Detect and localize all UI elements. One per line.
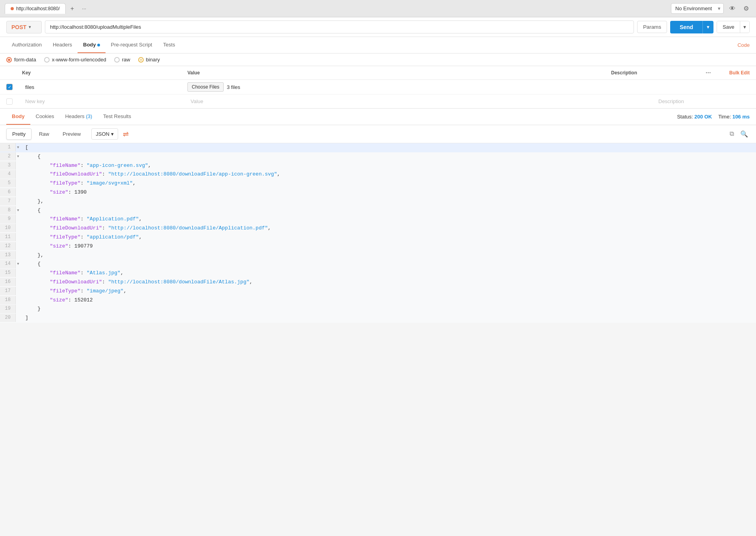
json-line-4: 4 "fileDownloadUri": "http://localhost:8… xyxy=(0,170,756,179)
line-number-11: 11 xyxy=(0,233,16,241)
row-checkbox-files[interactable] xyxy=(6,84,13,90)
response-section: Body Cookies Headers (3) Test Results St… xyxy=(0,109,756,323)
search-icon[interactable]: 🔍 xyxy=(739,129,750,139)
url-bar: POST ▾ Params Send ▾ Save ▾ xyxy=(0,17,756,37)
binary-option[interactable]: binary xyxy=(138,57,160,63)
json-line-19: 19 } xyxy=(0,305,756,314)
key-cell-files[interactable]: files xyxy=(22,83,187,92)
method-select[interactable]: POST ▾ xyxy=(6,21,42,33)
json-line-13: 13 }, xyxy=(0,251,756,260)
copy-icon[interactable]: ⧉ xyxy=(728,129,736,139)
send-dropdown-button[interactable]: ▾ xyxy=(702,21,713,33)
line-content-16: "fileDownloadUri": "http://localhost:808… xyxy=(22,278,756,287)
line-number-5: 5 xyxy=(0,179,16,187)
line-number-15: 15 xyxy=(0,269,16,277)
choose-files-button[interactable]: Choose Files xyxy=(187,82,224,92)
line-number-13: 13 xyxy=(0,251,16,259)
resp-tab-test-results[interactable]: Test Results xyxy=(98,109,137,125)
form-data-radio[interactable] xyxy=(6,57,12,63)
line-number-6: 6 xyxy=(0,188,16,196)
json-key-num-6: "size" xyxy=(50,189,68,195)
send-button[interactable]: Send xyxy=(670,21,702,33)
json-line-17: 17 "fileType": "image/jpeg", xyxy=(0,287,756,296)
line-number-2: 2 xyxy=(0,152,16,161)
collapse-arrow-8[interactable]: ▾ xyxy=(16,206,22,215)
collapse-arrow-1[interactable]: ▾ xyxy=(16,143,22,152)
tab-pre-request-script[interactable]: Pre-request Script xyxy=(106,37,158,53)
no-arrow-15 xyxy=(16,269,22,270)
collapse-arrow-2[interactable]: ▾ xyxy=(16,152,22,161)
line-number-7: 7 xyxy=(0,197,16,205)
json-line-10: 10 "fileDownloadUri": "http://localhost:… xyxy=(0,224,756,233)
json-line-9: 9 "fileName": "Application.pdf", xyxy=(0,215,756,224)
new-description-placeholder[interactable]: Description xyxy=(655,97,750,106)
no-arrow-10 xyxy=(16,224,22,225)
form-table-header: Key Value Description ··· Bulk Edit xyxy=(0,66,756,80)
request-tabs: Authorization Headers Body Pre-request S… xyxy=(0,37,756,54)
json-string-value-5: "image/svg+xml" xyxy=(87,180,133,186)
new-tab-button[interactable]: + xyxy=(67,4,77,14)
params-button[interactable]: Params xyxy=(637,21,667,33)
new-row-checkbox xyxy=(6,98,13,105)
url-input[interactable] xyxy=(45,20,634,33)
new-value-placeholder[interactable]: Value xyxy=(187,97,655,106)
bulk-edit-button[interactable]: Bulk Edit xyxy=(729,70,750,76)
active-tab[interactable]: http://localhost:8080/ xyxy=(5,3,66,14)
line-content-19: } xyxy=(22,305,756,314)
json-line-5: 5 "fileType": "image/svg+xml", xyxy=(0,179,756,188)
json-string-value-15: "Atlas.jpg" xyxy=(87,270,120,276)
collapse-arrow-14[interactable]: ▾ xyxy=(16,260,22,269)
json-line-15: 15 "fileName": "Atlas.jpg", xyxy=(0,269,756,278)
resp-tab-cookies[interactable]: Cookies xyxy=(30,109,60,125)
tab-authorization[interactable]: Authorization xyxy=(6,37,47,53)
tab-body[interactable]: Body xyxy=(78,37,106,53)
settings-icon-button[interactable]: ⚙ xyxy=(741,3,751,14)
raw-option[interactable]: raw xyxy=(114,57,130,63)
eye-icon-button[interactable]: 👁 xyxy=(727,4,738,14)
line-number-3: 3 xyxy=(0,161,16,170)
json-string-value-16: "http://localhost:8080/downloadFile/Atla… xyxy=(108,279,250,285)
binary-radio[interactable] xyxy=(138,57,144,63)
response-toolbar-right: ⧉ 🔍 xyxy=(728,129,750,139)
status-value: 200 OK xyxy=(694,114,712,120)
new-key-placeholder[interactable]: New key xyxy=(22,97,187,106)
resp-tab-headers[interactable]: Headers (3) xyxy=(59,109,98,125)
raw-view-button[interactable]: Raw xyxy=(33,128,55,140)
line-content-17: "fileType": "image/jpeg", xyxy=(22,287,756,296)
urlencoded-radio[interactable] xyxy=(44,57,50,63)
json-number-value-6: 1390 xyxy=(74,189,87,195)
save-dropdown-button[interactable]: ▾ xyxy=(740,21,749,33)
line-content-14: { xyxy=(22,260,756,269)
more-options-icon[interactable]: ··· xyxy=(706,69,729,76)
env-select[interactable]: No Environment xyxy=(671,3,724,14)
save-button[interactable]: Save xyxy=(717,21,740,33)
line-content-11: "fileType": "application/pdf", xyxy=(22,233,756,242)
json-key-10: "fileDownloadUri" xyxy=(50,225,102,231)
line-number-12: 12 xyxy=(0,242,16,250)
resp-tab-body[interactable]: Body xyxy=(6,109,30,125)
line-number-14: 14 xyxy=(0,260,16,268)
json-key-num-12: "size" xyxy=(50,243,68,249)
json-key-5: "fileType" xyxy=(50,180,80,186)
json-bracket-13: }, xyxy=(25,252,44,258)
time-label: Time: 106 ms xyxy=(718,114,750,120)
json-line-8: 8▾ { xyxy=(0,206,756,215)
tab-url-label: http://localhost:8080/ xyxy=(16,6,60,11)
tab-more-button[interactable]: ··· xyxy=(79,4,89,13)
save-btn-group: Save ▾ xyxy=(717,21,750,33)
format-select[interactable]: JSON ▾ xyxy=(91,128,118,140)
json-line-6: 6 "size": 1390 xyxy=(0,188,756,197)
form-data-option[interactable]: form-data xyxy=(6,57,36,63)
code-link[interactable]: Code xyxy=(737,37,750,53)
tab-tests[interactable]: Tests xyxy=(158,37,180,53)
pretty-view-button[interactable]: Pretty xyxy=(6,128,32,140)
line-content-9: "fileName": "Application.pdf", xyxy=(22,215,756,224)
wrap-icon[interactable]: ⇌ xyxy=(123,130,129,139)
line-number-9: 9 xyxy=(0,215,16,223)
json-string-value-4: "http://localhost:8080/downloadFile/app-… xyxy=(108,171,277,177)
preview-view-button[interactable]: Preview xyxy=(57,128,87,140)
urlencoded-option[interactable]: x-www-form-urlencoded xyxy=(44,57,106,63)
tab-headers[interactable]: Headers xyxy=(47,37,78,53)
raw-radio[interactable] xyxy=(114,57,120,63)
no-arrow-20 xyxy=(16,314,22,314)
